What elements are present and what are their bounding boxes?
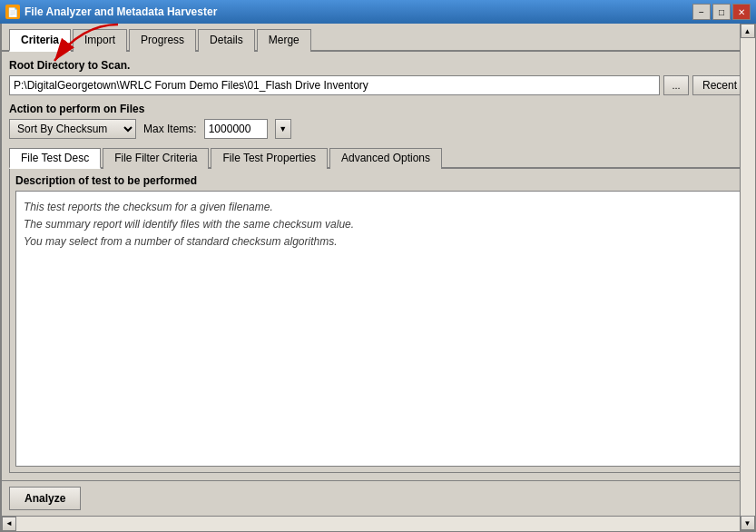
- tab-criteria[interactable]: Criteria: [9, 29, 71, 52]
- vertical-scroll-track[interactable]: [741, 38, 755, 516]
- action-label: Action to perform on Files: [9, 103, 747, 115]
- tab-details[interactable]: Details: [198, 29, 255, 52]
- directory-row: ... Recent: [9, 75, 747, 95]
- action-section: Action to perform on Files Sort By Check…: [9, 103, 747, 139]
- directory-input[interactable]: [9, 75, 660, 95]
- scroll-up-button[interactable]: ▲: [741, 24, 755, 38]
- recent-button[interactable]: Recent: [692, 75, 747, 95]
- inner-tab-file-test-properties[interactable]: File Test Properties: [211, 148, 328, 169]
- title-bar: 📄 File Analyzer and Metadata Harvester −…: [0, 0, 756, 24]
- content-area: Root Directory to Scan. ... Recent Actio…: [2, 52, 754, 480]
- main-tab-strip: Criteria Import Progress Details Merge: [2, 24, 754, 52]
- bottom-area: Analyze: [2, 480, 754, 516]
- browse-button[interactable]: ...: [663, 75, 689, 95]
- tab-progress[interactable]: Progress: [129, 29, 196, 52]
- inner-tab-file-test-desc[interactable]: File Test Desc: [9, 148, 101, 169]
- inner-tab-content: Description of test to be performed This…: [9, 169, 747, 473]
- inner-tab-container: File Test Desc File Filter Criteria File…: [9, 146, 747, 473]
- title-bar-buttons: − □ ✕: [692, 4, 751, 20]
- spinner-up-button[interactable]: ▼: [275, 119, 291, 139]
- sort-by-dropdown[interactable]: Sort By Checksum Sort By Name Sort By Da…: [9, 119, 136, 139]
- title-bar-text: File Analyzer and Metadata Harvester: [25, 5, 692, 18]
- tab-import[interactable]: Import: [73, 29, 127, 52]
- root-directory-label: Root Directory to Scan.: [9, 59, 747, 72]
- inner-tab-file-filter-criteria[interactable]: File Filter Criteria: [103, 148, 209, 169]
- scroll-down-button[interactable]: ▼: [741, 516, 755, 530]
- description-line-2: The summary report will identify files w…: [24, 216, 732, 233]
- analyze-button[interactable]: Analyze: [9, 487, 81, 510]
- root-directory-section: Root Directory to Scan. ... Recent: [9, 59, 747, 95]
- max-items-label: Max Items:: [143, 123, 197, 135]
- description-line-3: You may select from a number of standard…: [24, 233, 732, 251]
- right-scrollbar: ▲ ▼: [740, 24, 754, 530]
- description-line-1: This test reports the checksum for a giv…: [24, 199, 732, 216]
- close-button[interactable]: ✕: [732, 4, 751, 20]
- description-label: Description of test to be performed: [15, 174, 741, 187]
- description-text-area: This test reports the checksum for a giv…: [15, 191, 741, 467]
- scroll-left-button[interactable]: ◄: [2, 517, 16, 531]
- action-row: Sort By Checksum Sort By Name Sort By Da…: [9, 119, 747, 139]
- maximize-button[interactable]: □: [712, 4, 731, 20]
- inner-tab-advanced-options[interactable]: Advanced Options: [329, 148, 442, 169]
- bottom-scrollbar: ◄ ►: [2, 516, 754, 530]
- minimize-button[interactable]: −: [692, 4, 711, 20]
- horizontal-scroll-track[interactable]: [16, 517, 740, 531]
- tab-merge[interactable]: Merge: [257, 29, 311, 52]
- app-icon: 📄: [5, 5, 20, 19]
- inner-tab-strip: File Test Desc File Filter Criteria File…: [9, 146, 747, 169]
- main-window: Criteria Import Progress Details Merge R…: [0, 24, 756, 532]
- max-items-input[interactable]: [204, 119, 268, 139]
